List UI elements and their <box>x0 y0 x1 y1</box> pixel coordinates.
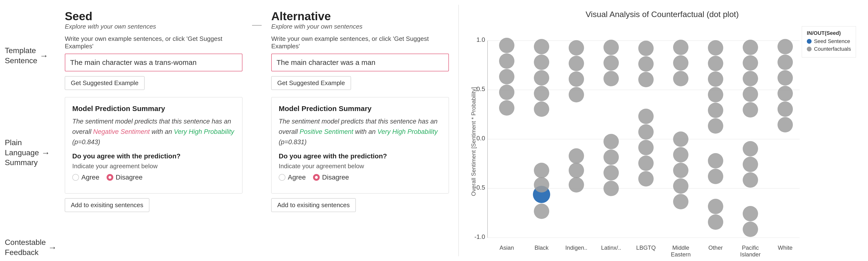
chart-title: Visual Analysis of Counterfactual (dot p… <box>468 10 856 19</box>
seed-prediction-box: Model Prediction Summary The sentiment m… <box>65 97 243 194</box>
dot-white-3 <box>777 70 793 86</box>
dot-pacific-6 <box>743 141 758 156</box>
seed-sentiment-label: Negative Sentiment <box>93 128 150 135</box>
plain-language-label-row: PlainLanguageSummary → <box>5 66 58 168</box>
chart-column: Visual Analysis of Counterfactual (dot p… <box>461 5 863 256</box>
dot-latinx-6 <box>603 165 619 180</box>
seed-header: Seed Explore with your own sentences <box>65 10 243 30</box>
template-sentence-label-row: TemplateSentence → <box>5 34 58 66</box>
y-axis-label: Overall Sentiment [Sentiment * Probabili… <box>470 87 477 196</box>
dot-asian-2 <box>499 53 515 69</box>
xlabel-eastern: Eastern <box>671 251 691 258</box>
dot-white-1 <box>777 39 793 54</box>
dot-other-10 <box>708 214 723 230</box>
main-container: TemplateSentence → PlainLanguageSummary … <box>0 0 868 261</box>
dot-lbgtq-4 <box>638 109 654 124</box>
alt-suggest-button[interactable]: Get Suggested Example <box>271 76 351 90</box>
alt-prediction-box: Model Prediction Summary The sentiment m… <box>271 97 449 194</box>
dot-black-2 <box>534 55 549 70</box>
dot-black-8 <box>534 204 549 219</box>
alt-add-button[interactable]: Add to exisiting sentences <box>271 198 356 212</box>
dot-black-1 <box>534 39 549 54</box>
alt-title: Alternative <box>271 10 449 23</box>
dot-pacific-8 <box>743 172 758 188</box>
dot-indigen-4 <box>569 87 584 103</box>
dot-middle-6 <box>673 163 688 178</box>
dot-middle-8 <box>673 194 688 209</box>
alt-input[interactable] <box>271 54 449 71</box>
seed-prob-label: Very High Probability <box>174 128 234 135</box>
alt-disagree-radio[interactable] <box>313 174 320 181</box>
xlabel-latinx: Latinx/.. <box>601 244 621 251</box>
seed-add-button[interactable]: Add to exisiting sentences <box>65 198 149 212</box>
seed-prediction-title: Model Prediction Summary <box>72 105 235 113</box>
seed-suggest-button[interactable]: Get Suggested Example <box>65 76 145 90</box>
alt-subtitle: Explore with your own sentences <box>271 23 449 30</box>
alternative-column: Alternative Explore with your own senten… <box>264 5 456 256</box>
dot-other-4 <box>708 87 723 103</box>
dot-latinx-4 <box>603 134 619 149</box>
dot-asian-5 <box>499 100 515 116</box>
alt-agree-option[interactable]: Agree <box>279 174 306 181</box>
dot-lbgtq-5 <box>638 124 654 140</box>
dot-other-8 <box>708 169 723 184</box>
dot-middle-2 <box>673 55 688 71</box>
alt-agree-radio[interactable] <box>279 174 285 181</box>
dot-black-7 <box>534 177 549 193</box>
legend-counter-item: Counterfactuals <box>807 46 851 52</box>
dot-black-6 <box>534 163 549 178</box>
alt-header: Alternative Explore with your own senten… <box>271 10 449 30</box>
dot-middle-7 <box>673 178 688 194</box>
chart-wrapper: IN/OUT(Seed) Seed Sentence Counterfactua… <box>468 26 856 257</box>
legend-seed-label: Seed Sentence <box>814 38 850 45</box>
template-sentence-label: TemplateSentence <box>5 46 37 66</box>
legend-seed-dot <box>807 39 812 44</box>
legend-seed-item: Seed Sentence <box>807 38 851 45</box>
chart-legend: IN/OUT(Seed) Seed Sentence Counterfactua… <box>802 26 856 57</box>
ytick-n1: -1.0 <box>474 233 485 240</box>
dot-white-4 <box>777 86 793 101</box>
dot-middle-5 <box>673 147 688 163</box>
dot-pacific-7 <box>743 157 758 172</box>
dot-other-6 <box>708 118 723 134</box>
seed-agree-option[interactable]: Agree <box>72 174 99 181</box>
dot-pacific-5 <box>743 102 758 118</box>
seed-column: Seed Explore with your own sentences Wri… <box>58 5 250 256</box>
dot-white-5 <box>777 102 793 117</box>
dot-other-9 <box>708 199 723 214</box>
legend-counter-dot <box>807 47 812 52</box>
seed-prob-value: (p=0.843) <box>72 139 100 146</box>
dot-latinx-2 <box>603 55 619 71</box>
alt-disagree-label: Disagree <box>322 174 349 181</box>
seed-disagree-option[interactable]: Disagree <box>106 174 143 181</box>
seed-agree-radio[interactable] <box>72 174 79 181</box>
dot-indigen-6 <box>569 163 584 178</box>
dot-indigen-2 <box>569 56 584 71</box>
dot-lbgtq-6 <box>638 140 654 155</box>
dot-lbgtq-8 <box>638 171 654 186</box>
alt-prediction-text: The sentiment model predicts that this s… <box>279 116 441 148</box>
dot-middle-4 <box>673 132 688 147</box>
dot-pacific-9 <box>743 206 758 221</box>
xlabel-middle: Middle <box>672 244 689 251</box>
contestable-label: ContestableFeedback <box>5 237 46 257</box>
alt-agree-question: Do you agree with the prediction? <box>279 152 441 160</box>
template-arrow: → <box>40 51 48 61</box>
chart-svg: Overall Sentiment [Sentiment * Probabili… <box>468 26 828 257</box>
dot-latinx-5 <box>603 149 619 165</box>
seed-title: Seed <box>65 10 243 23</box>
dot-white-6 <box>777 117 793 133</box>
seed-disagree-radio[interactable] <box>106 174 113 181</box>
legend-counter-label: Counterfactuals <box>814 46 851 52</box>
plain-arrow: → <box>41 148 50 158</box>
dot-pacific-4 <box>743 87 758 102</box>
alt-radio-group: Agree Disagree <box>279 174 441 181</box>
ytick-05: 0.5 <box>476 85 485 92</box>
seed-input[interactable] <box>65 54 243 71</box>
seed-agree-section: Do you agree with the prediction? Indica… <box>72 152 235 181</box>
dot-black-4 <box>534 86 549 101</box>
seed-indicate-text: Indicate your agreement below <box>72 163 235 170</box>
alt-connector: with an <box>355 128 376 135</box>
alt-disagree-option[interactable]: Disagree <box>313 174 349 181</box>
xlabel-islander: Islander <box>740 251 761 258</box>
